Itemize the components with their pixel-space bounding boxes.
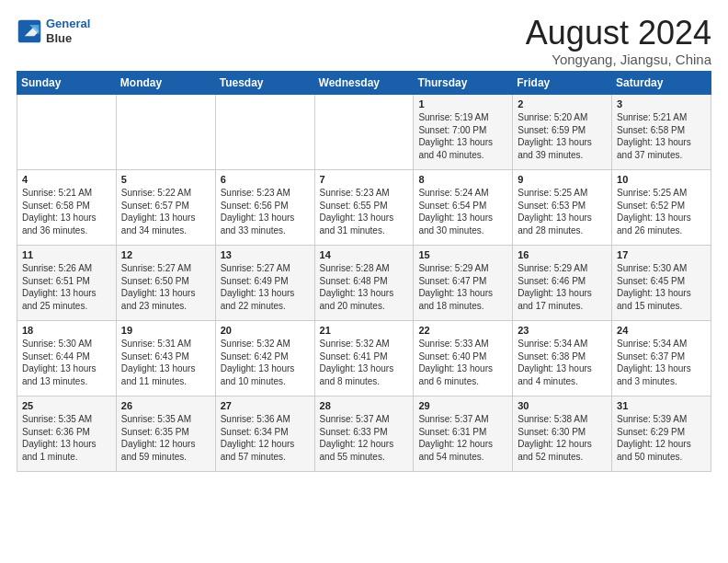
- day-cell: 21Sunrise: 5:32 AM Sunset: 6:41 PM Dayli…: [314, 321, 414, 396]
- day-cell: 30Sunrise: 5:38 AM Sunset: 6:30 PM Dayli…: [513, 396, 612, 472]
- day-details: Sunrise: 5:20 AM Sunset: 6:59 PM Dayligh…: [518, 111, 607, 161]
- week-row-4: 18Sunrise: 5:30 AM Sunset: 6:44 PM Dayli…: [17, 321, 711, 396]
- col-header-friday: Friday: [513, 72, 612, 95]
- day-cell: 15Sunrise: 5:29 AM Sunset: 6:47 PM Dayli…: [414, 246, 513, 321]
- header-row: SundayMondayTuesdayWednesdayThursdayFrid…: [17, 72, 711, 95]
- calendar-title: August 2024: [526, 17, 711, 50]
- day-details: Sunrise: 5:22 AM Sunset: 6:57 PM Dayligh…: [121, 187, 210, 236]
- day-number: 1: [418, 98, 507, 109]
- day-number: 30: [518, 400, 607, 411]
- day-number: 6: [221, 174, 310, 185]
- day-details: Sunrise: 5:27 AM Sunset: 6:49 PM Dayligh…: [221, 262, 310, 312]
- day-cell: 24Sunrise: 5:34 AM Sunset: 6:37 PM Dayli…: [612, 321, 711, 396]
- title-block: August 2024 Yongyang, Jiangsu, China: [526, 17, 711, 67]
- day-number: 25: [22, 400, 111, 411]
- day-details: Sunrise: 5:36 AM Sunset: 6:34 PM Dayligh…: [221, 413, 310, 463]
- day-number: 7: [320, 174, 409, 185]
- day-details: Sunrise: 5:33 AM Sunset: 6:40 PM Dayligh…: [418, 338, 507, 387]
- day-cell: 12Sunrise: 5:27 AM Sunset: 6:50 PM Dayli…: [116, 246, 215, 321]
- day-details: Sunrise: 5:27 AM Sunset: 6:50 PM Dayligh…: [121, 262, 210, 312]
- day-details: Sunrise: 5:23 AM Sunset: 6:55 PM Dayligh…: [320, 187, 409, 236]
- day-cell: 9Sunrise: 5:25 AM Sunset: 6:53 PM Daylig…: [513, 170, 612, 246]
- day-cell: 31Sunrise: 5:39 AM Sunset: 6:29 PM Dayli…: [612, 396, 711, 472]
- day-cell: 16Sunrise: 5:29 AM Sunset: 6:46 PM Dayli…: [513, 246, 612, 321]
- day-details: Sunrise: 5:24 AM Sunset: 6:54 PM Dayligh…: [418, 187, 507, 236]
- calendar-subtitle: Yongyang, Jiangsu, China: [526, 52, 711, 67]
- day-cell: 28Sunrise: 5:37 AM Sunset: 6:33 PM Dayli…: [314, 396, 414, 472]
- day-cell: 29Sunrise: 5:37 AM Sunset: 6:31 PM Dayli…: [414, 396, 513, 472]
- col-header-thursday: Thursday: [414, 72, 513, 95]
- day-cell: 14Sunrise: 5:28 AM Sunset: 6:48 PM Dayli…: [314, 246, 414, 321]
- day-number: 24: [617, 325, 706, 336]
- day-details: Sunrise: 5:25 AM Sunset: 6:53 PM Dayligh…: [518, 187, 607, 236]
- day-number: 10: [617, 174, 706, 185]
- day-cell: 4Sunrise: 5:21 AM Sunset: 6:58 PM Daylig…: [17, 170, 117, 246]
- header: General Blue August 2024 Yongyang, Jiang…: [17, 17, 711, 67]
- day-number: 22: [418, 325, 507, 336]
- day-details: Sunrise: 5:32 AM Sunset: 6:41 PM Dayligh…: [320, 338, 409, 387]
- day-details: Sunrise: 5:23 AM Sunset: 6:56 PM Dayligh…: [221, 187, 310, 236]
- day-cell: 27Sunrise: 5:36 AM Sunset: 6:34 PM Dayli…: [215, 396, 314, 472]
- col-header-saturday: Saturday: [612, 72, 711, 95]
- day-number: 14: [320, 249, 409, 260]
- day-details: Sunrise: 5:21 AM Sunset: 6:58 PM Dayligh…: [22, 187, 111, 236]
- day-number: 3: [617, 98, 706, 109]
- day-details: Sunrise: 5:21 AM Sunset: 6:58 PM Dayligh…: [617, 111, 706, 161]
- day-details: Sunrise: 5:26 AM Sunset: 6:51 PM Dayligh…: [22, 262, 111, 312]
- logo-text: General Blue: [46, 17, 90, 45]
- logo-line2: Blue: [46, 31, 90, 46]
- day-cell: 2Sunrise: 5:20 AM Sunset: 6:59 PM Daylig…: [513, 95, 612, 170]
- day-details: Sunrise: 5:39 AM Sunset: 6:29 PM Dayligh…: [617, 413, 706, 463]
- day-details: Sunrise: 5:34 AM Sunset: 6:38 PM Dayligh…: [518, 338, 607, 387]
- day-number: 8: [418, 174, 507, 185]
- logo-icon: [17, 18, 42, 44]
- day-cell: 10Sunrise: 5:25 AM Sunset: 6:52 PM Dayli…: [612, 170, 711, 246]
- page: General Blue August 2024 Yongyang, Jiang…: [0, 0, 728, 481]
- day-number: 17: [617, 249, 706, 260]
- day-number: 11: [22, 249, 111, 260]
- day-number: 26: [121, 400, 210, 411]
- day-number: 29: [418, 400, 507, 411]
- day-cell: 17Sunrise: 5:30 AM Sunset: 6:45 PM Dayli…: [612, 246, 711, 321]
- day-details: Sunrise: 5:37 AM Sunset: 6:33 PM Dayligh…: [320, 413, 409, 463]
- day-details: Sunrise: 5:30 AM Sunset: 6:45 PM Dayligh…: [617, 262, 706, 312]
- day-details: Sunrise: 5:32 AM Sunset: 6:42 PM Dayligh…: [221, 338, 310, 387]
- col-header-wednesday: Wednesday: [314, 72, 414, 95]
- day-details: Sunrise: 5:28 AM Sunset: 6:48 PM Dayligh…: [320, 262, 409, 312]
- day-number: 16: [518, 249, 607, 260]
- day-cell: 7Sunrise: 5:23 AM Sunset: 6:55 PM Daylig…: [314, 170, 414, 246]
- day-cell: [215, 95, 314, 170]
- day-number: 28: [320, 400, 409, 411]
- day-number: 2: [518, 98, 607, 109]
- col-header-monday: Monday: [116, 72, 215, 95]
- day-cell: 5Sunrise: 5:22 AM Sunset: 6:57 PM Daylig…: [116, 170, 215, 246]
- day-cell: 13Sunrise: 5:27 AM Sunset: 6:49 PM Dayli…: [215, 246, 314, 321]
- col-header-tuesday: Tuesday: [215, 72, 314, 95]
- day-number: 5: [121, 174, 210, 185]
- day-details: Sunrise: 5:37 AM Sunset: 6:31 PM Dayligh…: [418, 413, 507, 463]
- logo: General Blue: [17, 17, 90, 45]
- week-row-5: 25Sunrise: 5:35 AM Sunset: 6:36 PM Dayli…: [17, 396, 711, 472]
- day-cell: 18Sunrise: 5:30 AM Sunset: 6:44 PM Dayli…: [17, 321, 117, 396]
- day-number: 19: [121, 325, 210, 336]
- day-cell: [17, 95, 117, 170]
- day-cell: 11Sunrise: 5:26 AM Sunset: 6:51 PM Dayli…: [17, 246, 117, 321]
- day-details: Sunrise: 5:31 AM Sunset: 6:43 PM Dayligh…: [121, 338, 210, 387]
- week-row-3: 11Sunrise: 5:26 AM Sunset: 6:51 PM Dayli…: [17, 246, 711, 321]
- day-details: Sunrise: 5:29 AM Sunset: 6:47 PM Dayligh…: [418, 262, 507, 312]
- week-row-1: 1Sunrise: 5:19 AM Sunset: 7:00 PM Daylig…: [17, 95, 711, 170]
- day-cell: [116, 95, 215, 170]
- day-number: 9: [518, 174, 607, 185]
- day-cell: 19Sunrise: 5:31 AM Sunset: 6:43 PM Dayli…: [116, 321, 215, 396]
- day-cell: 8Sunrise: 5:24 AM Sunset: 6:54 PM Daylig…: [414, 170, 513, 246]
- day-cell: 20Sunrise: 5:32 AM Sunset: 6:42 PM Dayli…: [215, 321, 314, 396]
- day-number: 15: [418, 249, 507, 260]
- day-details: Sunrise: 5:30 AM Sunset: 6:44 PM Dayligh…: [22, 338, 111, 387]
- day-number: 21: [320, 325, 409, 336]
- calendar-table: SundayMondayTuesdayWednesdayThursdayFrid…: [17, 71, 711, 472]
- day-details: Sunrise: 5:29 AM Sunset: 6:46 PM Dayligh…: [518, 262, 607, 312]
- day-details: Sunrise: 5:35 AM Sunset: 6:35 PM Dayligh…: [121, 413, 210, 463]
- day-cell: [314, 95, 414, 170]
- day-details: Sunrise: 5:19 AM Sunset: 7:00 PM Dayligh…: [418, 111, 507, 161]
- day-number: 12: [121, 249, 210, 260]
